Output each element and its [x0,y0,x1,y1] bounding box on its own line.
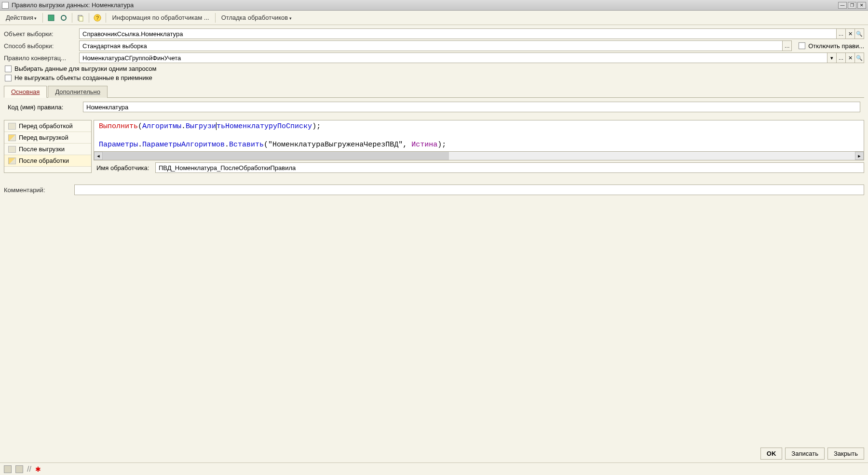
disable-rule-label: Отключить прави... [808,42,864,50]
conversion-rule-label: Правило конвертац... [4,54,76,62]
ok-button[interactable]: OK [760,448,783,460]
sidebar-item-label: Перед обработкой [19,122,73,130]
titlebar: Правило выгрузки данных: Номенклатура — … [0,0,868,11]
status-divider: // [27,465,31,474]
statusbar: // ✱ [0,462,868,475]
conversion-rule-ellipsis-button[interactable]: … [836,53,846,63]
close-window-button[interactable]: ✕ [857,2,866,9]
sidebar-item-label: Перед выгрузкой [19,134,68,141]
handler-name-label: Имя обработчика: [94,164,151,172]
conversion-rule-clear-button[interactable]: ✕ [845,53,855,63]
dialog-buttons: OK Записать Закрыть [760,448,864,460]
close-button[interactable]: Закрыть [827,448,864,460]
tab-extra[interactable]: Дополнительно [48,86,108,98]
toolbar-separator [89,13,89,23]
code-identifier: Параметры [99,141,138,149]
restore-button[interactable]: ❐ [848,2,856,9]
toolbar-separator [106,13,106,23]
handler-icon [8,146,16,153]
svg-rect-0 [48,15,54,21]
actions-menu[interactable]: Действия [3,13,40,22]
handler-info-button[interactable]: Информация по обработчикам ... [109,13,212,22]
save-button[interactable]: Записать [785,448,825,460]
conversion-rule-input[interactable] [79,53,827,63]
app-icon [2,2,9,9]
sidebar-item-before-export[interactable]: Перед выгрузкой [4,132,91,144]
scrollbar-thumb[interactable] [103,152,449,160]
code-identifier: Алгоритмы [142,122,181,131]
conversion-rule-dropdown-button[interactable]: ▾ [827,53,837,63]
sidebar-item-label: После обработки [19,157,69,164]
handlers-sidebar: Перед обработкой Перед выгрузкой После в… [4,120,92,173]
toolbar-separator [72,13,72,23]
save-icon[interactable] [46,13,56,23]
svg-point-1 [61,15,66,20]
object-label: Объект выборки: [4,30,76,38]
handler-debug-menu[interactable]: Отладка обработчиков [218,13,295,22]
conversion-rule-lookup-button[interactable]: 🔍 [854,53,864,63]
copy-icon[interactable] [75,13,86,23]
status-icon [15,465,23,473]
skip-receiver-checkbox[interactable] [5,75,12,81]
form-header: Объект выборки: … ✕ 🔍 Способ выборки: … … [0,25,868,118]
sidebar-item-before-process[interactable]: Перед обработкой [4,120,91,132]
handler-icon [8,123,16,130]
single-query-checkbox[interactable] [5,66,12,72]
handler-name-input[interactable] [155,162,864,173]
sidebar-item-after-export[interactable]: После выгрузки [4,144,91,155]
handler-icon [8,158,16,164]
object-input[interactable] [79,28,837,39]
comment-input[interactable] [74,185,864,195]
svg-text:?: ? [96,15,99,21]
window-title: Правило выгрузки данных: Номенклатура [12,1,838,9]
handler-icon [8,134,16,141]
disable-rule-checkbox[interactable] [799,42,805,49]
object-ellipsis-button[interactable]: … [836,28,846,39]
scroll-left-button[interactable]: ◄ [94,152,103,160]
minimize-button[interactable]: — [838,2,847,9]
code-string: "НоменклатураВыгруженаЧерезПВД" [268,141,403,149]
svg-rect-3 [79,16,83,21]
code-literal: Истина [411,141,437,149]
method-ellipsis-button[interactable]: … [782,40,792,51]
scroll-right-button[interactable]: ► [855,152,864,160]
tab-main[interactable]: Основная [4,86,47,98]
refresh-icon[interactable] [58,13,69,23]
method-input[interactable] [79,40,783,51]
toolbar-separator [215,13,216,23]
toolbar-separator [42,13,43,23]
single-query-label: Выбирать данные для выгрузки одним запро… [14,65,157,72]
skip-receiver-label: Не выгружать объекты созданные в приемни… [14,74,152,81]
code-editor[interactable]: Выполнить(Алгоритмы.ВыгрузитьНоменклатур… [94,120,864,152]
status-icon [4,465,12,473]
rule-code-label: Код (имя) правила: [8,104,80,111]
code-identifier: Вставить [229,141,264,149]
status-error-icon: ✱ [35,465,41,473]
text-cursor [216,122,217,130]
horizontal-scrollbar[interactable]: ◄ ► [94,152,864,160]
comment-label: Комментарий: [4,186,71,194]
code-identifier: тьНоменклатуруПоСписку [217,122,312,131]
code-keyword: Выполнить [99,122,138,131]
code-identifier: Выгрузи [186,122,216,131]
sidebar-item-after-process[interactable]: После обработки [4,155,91,167]
help-icon[interactable]: ? [92,13,103,23]
code-identifier: ПараметрыАлгоритмов [142,141,225,149]
tabs: Основная Дополнительно [4,85,864,98]
toolbar: Действия ? Информация по обработчикам ..… [0,11,868,25]
object-clear-button[interactable]: ✕ [845,28,855,39]
sidebar-item-label: После выгрузки [19,145,65,153]
method-label: Способ выборки: [4,42,76,50]
object-lookup-button[interactable]: 🔍 [854,28,864,39]
rule-code-input[interactable] [83,102,860,112]
